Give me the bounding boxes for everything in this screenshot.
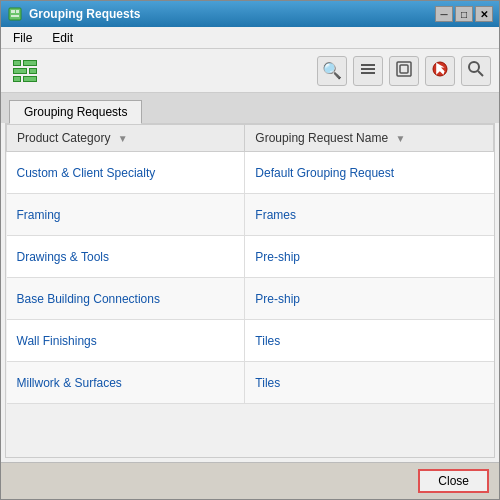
- report-icon: 🔍: [322, 61, 342, 80]
- stack-tool-button[interactable]: [9, 55, 41, 87]
- table-row[interactable]: Custom & Client SpecialtyDefault Groupin…: [7, 152, 494, 194]
- cell-category: Wall Finishings: [7, 320, 245, 362]
- frame-icon: [395, 60, 413, 81]
- svg-point-11: [469, 62, 479, 72]
- cell-request: Tiles: [245, 320, 494, 362]
- cell-request: Frames: [245, 194, 494, 236]
- svg-rect-1: [11, 10, 15, 13]
- content-area: Product Category ▼ Grouping Request Name…: [5, 123, 495, 458]
- grouping-requests-tab[interactable]: Grouping Requests: [9, 100, 142, 124]
- table-header-row: Product Category ▼ Grouping Request Name…: [7, 125, 494, 152]
- table-row[interactable]: Millwork & SurfacesTiles: [7, 362, 494, 404]
- svg-rect-7: [397, 62, 411, 76]
- window-close-button[interactable]: ✕: [475, 6, 493, 22]
- column-header-category[interactable]: Product Category ▼: [7, 125, 245, 152]
- search-icon: [467, 60, 485, 81]
- menu-bar: File Edit: [1, 27, 499, 49]
- grouping-requests-table: Product Category ▼ Grouping Request Name…: [6, 124, 494, 404]
- svg-rect-6: [361, 72, 375, 74]
- tab-bar: Grouping Requests: [1, 93, 499, 123]
- table-row[interactable]: Drawings & ToolsPre-ship: [7, 236, 494, 278]
- search-button[interactable]: [461, 56, 491, 86]
- svg-rect-3: [11, 15, 19, 17]
- cell-request: Tiles: [245, 362, 494, 404]
- sort-icon-request: ▼: [395, 133, 405, 144]
- title-bar-buttons: ─ □ ✕: [435, 6, 493, 22]
- close-button[interactable]: Close: [418, 469, 489, 493]
- table-row[interactable]: Wall FinishingsTiles: [7, 320, 494, 362]
- cell-request: Default Grouping Request: [245, 152, 494, 194]
- toolbar: 🔍: [1, 49, 499, 93]
- footer: Close: [1, 462, 499, 499]
- cell-request: Pre-ship: [245, 236, 494, 278]
- svg-line-12: [478, 71, 483, 76]
- table-container: Product Category ▼ Grouping Request Name…: [6, 124, 494, 457]
- cursor-button[interactable]: [425, 56, 455, 86]
- toolbar-right: 🔍: [317, 56, 491, 86]
- column-header-request[interactable]: Grouping Request Name ▼: [245, 125, 494, 152]
- title-bar-left: Grouping Requests: [7, 6, 140, 22]
- menu-file[interactable]: File: [9, 30, 36, 46]
- svg-rect-2: [16, 10, 19, 13]
- cell-category: Base Building Connections: [7, 278, 245, 320]
- svg-rect-4: [361, 64, 375, 66]
- cell-category: Custom & Client Specialty: [7, 152, 245, 194]
- svg-rect-0: [9, 8, 21, 20]
- cell-category: Framing: [7, 194, 245, 236]
- cursor-icon: [431, 60, 449, 81]
- frame-button[interactable]: [389, 56, 419, 86]
- sort-icon-category: ▼: [118, 133, 128, 144]
- svg-rect-8: [400, 65, 408, 73]
- minimize-button[interactable]: ─: [435, 6, 453, 22]
- title-bar: Grouping Requests ─ □ ✕: [1, 1, 499, 27]
- cell-request: Pre-ship: [245, 278, 494, 320]
- list-button[interactable]: [353, 56, 383, 86]
- menu-edit[interactable]: Edit: [48, 30, 77, 46]
- toolbar-left: [9, 55, 41, 87]
- list-icon: [359, 60, 377, 81]
- window-title: Grouping Requests: [29, 7, 140, 21]
- table-body: Custom & Client SpecialtyDefault Groupin…: [7, 152, 494, 404]
- cell-category: Drawings & Tools: [7, 236, 245, 278]
- stack-icon: [13, 60, 37, 82]
- maximize-button[interactable]: □: [455, 6, 473, 22]
- window-icon: [7, 6, 23, 22]
- table-row[interactable]: FramingFrames: [7, 194, 494, 236]
- svg-rect-5: [361, 68, 375, 70]
- cell-category: Millwork & Surfaces: [7, 362, 245, 404]
- table-row[interactable]: Base Building ConnectionsPre-ship: [7, 278, 494, 320]
- main-window: Grouping Requests ─ □ ✕ File Edit: [0, 0, 500, 500]
- report-button[interactable]: 🔍: [317, 56, 347, 86]
